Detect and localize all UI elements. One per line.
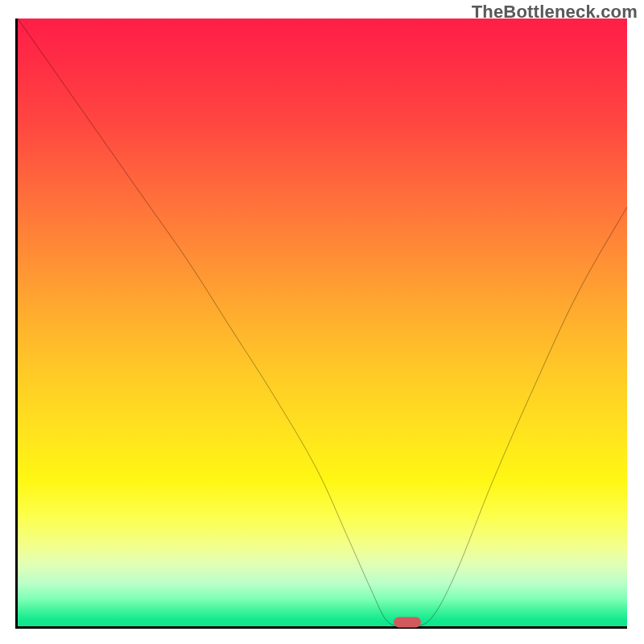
chart-container: TheBottleneck.com (0, 0, 644, 644)
bottleneck-curve-path (18, 19, 627, 626)
plot-area (15, 19, 627, 629)
bottleneck-curve-svg (18, 19, 627, 626)
user-config-marker (394, 617, 421, 628)
watermark-text: TheBottleneck.com (472, 2, 638, 23)
